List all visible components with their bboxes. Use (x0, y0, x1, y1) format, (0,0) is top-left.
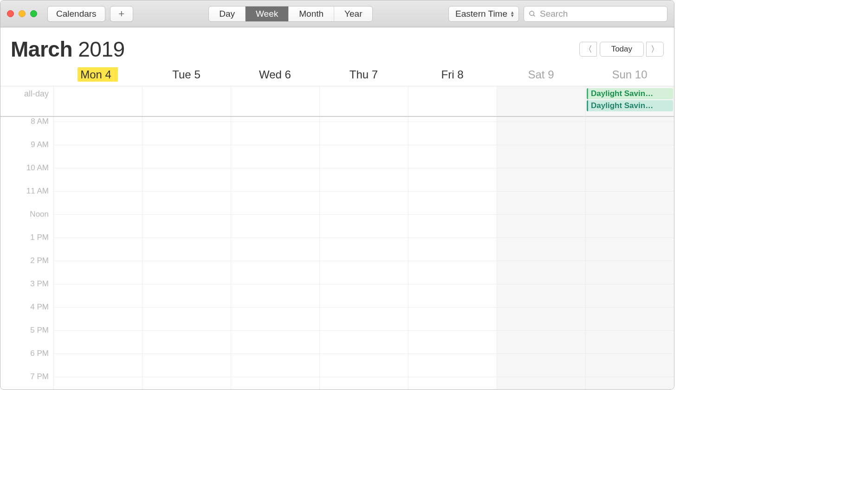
hour-gridline (53, 261, 674, 261)
day-column-fri[interactable] (408, 117, 497, 390)
updown-stepper-icon: ▴▾ (511, 11, 514, 17)
today-button[interactable]: Today (600, 42, 644, 57)
svg-point-0 (530, 11, 534, 15)
chevron-left-icon: 〈 (584, 44, 592, 55)
search-field[interactable] (524, 6, 667, 22)
hour-label: 5 PM (30, 326, 49, 335)
chevron-right-icon: 〉 (651, 44, 659, 55)
day-header-sat[interactable]: Sat 9 (497, 66, 585, 86)
hour-gridline (53, 377, 674, 377)
hour-label: Noon (30, 210, 49, 219)
all-day-cell-sat[interactable] (497, 86, 585, 116)
day-column-sun[interactable] (585, 117, 674, 390)
title-year: 2019 (78, 37, 124, 61)
next-week-button[interactable]: 〉 (646, 42, 664, 57)
minimize-window-button[interactable] (19, 10, 26, 17)
today-highlight: Mon 4 (78, 67, 118, 82)
window-titlebar: Calendars + Day Week Month Year Eastern … (0, 0, 674, 27)
hour-label: 1 PM (30, 233, 49, 242)
all-day-cell-fri[interactable] (408, 86, 497, 116)
all-day-cell-mon[interactable] (53, 86, 142, 116)
timezone-label: Eastern Time (455, 9, 507, 19)
day-header-mon[interactable]: Mon 4 (53, 66, 142, 86)
hour-gridline (53, 145, 674, 145)
title-month: March (11, 37, 72, 61)
day-column-wed[interactable] (231, 117, 319, 390)
close-window-button[interactable] (7, 10, 14, 17)
view-month-tab[interactable]: Month (289, 6, 334, 21)
hour-label: 11 AM (26, 187, 49, 196)
hour-gridline (53, 191, 674, 192)
plus-icon: + (118, 8, 124, 20)
view-week-tab[interactable]: Week (246, 6, 289, 21)
all-day-cell-thu[interactable] (319, 86, 408, 116)
all-day-cell-wed[interactable] (231, 86, 319, 116)
week-grid: Mon 4 Tue 5 Wed 6 Thu 7 Fri 8 Sat 9 Sun … (0, 66, 674, 390)
all-day-label: all-day (0, 86, 53, 116)
hour-label: 7 PM (30, 372, 49, 381)
timezone-select[interactable]: Eastern Time ▴▾ (448, 6, 519, 22)
hour-gridline (53, 214, 674, 215)
hour-label: 4 PM (30, 302, 49, 312)
day-column-mon[interactable] (53, 117, 142, 390)
week-nav: 〈 Today 〉 (579, 42, 664, 57)
hour-label: 3 PM (30, 279, 49, 289)
view-switcher: Day Week Month Year (208, 6, 373, 22)
view-year-tab[interactable]: Year (334, 6, 372, 21)
svg-line-1 (533, 15, 535, 16)
window-controls (7, 10, 37, 17)
day-header-wed[interactable]: Wed 6 (231, 66, 319, 86)
hour-gridline (53, 330, 674, 331)
hour-gridline (53, 354, 674, 354)
hour-gridline (53, 238, 674, 238)
hour-gridline (53, 307, 674, 308)
hour-label: 10 AM (26, 163, 49, 173)
hour-label: 6 PM (30, 349, 49, 358)
all-day-cell-sun[interactable]: Daylight Savin… Daylight Savin… (585, 86, 674, 116)
all-day-cell-tue[interactable] (142, 86, 231, 116)
all-day-row: all-day Daylight Savin… Daylight Savin… (0, 86, 674, 117)
zoom-window-button[interactable] (30, 10, 37, 17)
all-day-event[interactable]: Daylight Savin… (587, 100, 673, 111)
view-day-tab[interactable]: Day (209, 6, 246, 21)
add-event-button[interactable]: + (110, 6, 133, 22)
day-header-thu[interactable]: Thu 7 (319, 66, 408, 86)
day-column-tue[interactable] (142, 117, 231, 390)
hour-grid: 8 AM9 AM10 AM11 AMNoon1 PM2 PM3 PM4 PM5 … (0, 117, 674, 390)
page-title: March 2019 (11, 37, 125, 62)
hour-label: 9 AM (31, 140, 49, 149)
calendars-button[interactable]: Calendars (47, 6, 105, 22)
search-icon (529, 10, 536, 18)
prev-week-button[interactable]: 〈 (579, 42, 597, 57)
calendar-header: March 2019 〈 Today 〉 (0, 27, 674, 66)
hour-gridline (53, 122, 674, 122)
hour-label: 2 PM (30, 256, 49, 265)
time-gutter: 8 AM9 AM10 AM11 AMNoon1 PM2 PM3 PM4 PM5 … (0, 117, 53, 390)
search-input[interactable] (540, 9, 662, 19)
hour-label: 8 AM (31, 117, 49, 126)
day-column-thu[interactable] (319, 117, 408, 390)
day-header-tue[interactable]: Tue 5 (142, 66, 231, 86)
day-column-sat[interactable] (497, 117, 585, 390)
day-header-fri[interactable]: Fri 8 (408, 66, 497, 86)
day-header-sun[interactable]: Sun 10 (585, 66, 674, 86)
all-day-event[interactable]: Daylight Savin… (587, 88, 673, 99)
hour-gridline (53, 284, 674, 284)
hour-gridline (53, 168, 674, 168)
day-header-row: Mon 4 Tue 5 Wed 6 Thu 7 Fri 8 Sat 9 Sun … (0, 66, 674, 86)
